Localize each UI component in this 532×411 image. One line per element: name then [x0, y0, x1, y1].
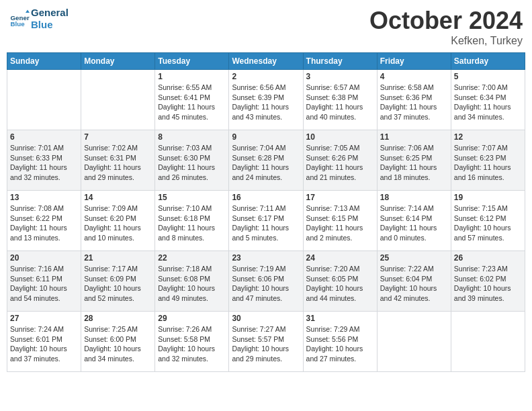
week-row-5: 27Sunrise: 7:24 AMSunset: 6:01 PMDayligh… — [7, 312, 525, 372]
day-number: 24 — [306, 253, 374, 263]
day-info: Sunrise: 6:57 AMSunset: 6:38 PMDaylight:… — [306, 83, 374, 122]
day-info: Sunrise: 7:05 AMSunset: 6:26 PMDaylight:… — [306, 143, 374, 183]
header-saturday: Saturday — [451, 53, 525, 70]
day-info: Sunrise: 7:26 AMSunset: 5:58 PMDaylight:… — [158, 324, 226, 364]
day-cell: 6Sunrise: 7:01 AMSunset: 6:33 PMDaylight… — [7, 130, 81, 191]
day-cell: 21Sunrise: 7:17 AMSunset: 6:09 PMDayligh… — [81, 251, 155, 312]
day-info: Sunrise: 7:24 AMSunset: 6:01 PMDaylight:… — [10, 324, 78, 364]
day-number: 26 — [454, 253, 522, 263]
day-cell — [7, 70, 81, 130]
week-row-2: 6Sunrise: 7:01 AMSunset: 6:33 PMDaylight… — [7, 130, 525, 191]
day-cell: 8Sunrise: 7:03 AMSunset: 6:30 PMDaylight… — [155, 130, 229, 191]
day-info: Sunrise: 7:10 AMSunset: 6:18 PMDaylight:… — [158, 203, 226, 243]
title-block: October 2024 Kefken, Turkey — [369, 7, 523, 47]
week-row-4: 20Sunrise: 7:16 AMSunset: 6:11 PMDayligh… — [7, 251, 525, 312]
day-number: 5 — [454, 72, 522, 81]
day-info: Sunrise: 7:03 AMSunset: 6:30 PMDaylight:… — [158, 143, 226, 183]
header-row: Sunday Monday Tuesday Wednesday Thursday… — [7, 53, 525, 70]
logo-text-line2: Blue — [31, 19, 69, 31]
day-cell: 27Sunrise: 7:24 AMSunset: 6:01 PMDayligh… — [7, 312, 81, 372]
day-info: Sunrise: 7:01 AMSunset: 6:33 PMDaylight:… — [10, 143, 78, 183]
day-number: 2 — [232, 72, 300, 81]
day-cell: 18Sunrise: 7:14 AMSunset: 6:14 PMDayligh… — [377, 191, 451, 251]
svg-marker-2 — [26, 10, 30, 13]
day-number: 23 — [232, 253, 300, 263]
day-number: 3 — [306, 72, 374, 81]
day-cell — [377, 312, 451, 372]
day-number: 18 — [380, 193, 448, 202]
day-info: Sunrise: 7:18 AMSunset: 6:08 PMDaylight:… — [158, 264, 226, 304]
day-info: Sunrise: 7:04 AMSunset: 6:28 PMDaylight:… — [232, 143, 300, 183]
day-number: 9 — [232, 132, 300, 142]
day-cell: 7Sunrise: 7:02 AMSunset: 6:31 PMDaylight… — [81, 130, 155, 191]
calendar-table: Sunday Monday Tuesday Wednesday Thursday… — [7, 52, 525, 372]
day-number: 8 — [158, 132, 226, 142]
day-info: Sunrise: 7:23 AMSunset: 6:02 PMDaylight:… — [454, 264, 522, 304]
day-cell: 3Sunrise: 6:57 AMSunset: 6:38 PMDaylight… — [303, 70, 377, 130]
day-cell: 26Sunrise: 7:23 AMSunset: 6:02 PMDayligh… — [451, 251, 525, 312]
logo: General Blue General Blue — [9, 7, 69, 31]
day-cell: 13Sunrise: 7:08 AMSunset: 6:22 PMDayligh… — [7, 191, 81, 251]
day-info: Sunrise: 6:55 AMSunset: 6:41 PMDaylight:… — [158, 83, 226, 122]
day-cell: 5Sunrise: 7:00 AMSunset: 6:34 PMDaylight… — [451, 70, 525, 130]
day-info: Sunrise: 7:15 AMSunset: 6:12 PMDaylight:… — [454, 203, 522, 243]
day-cell: 23Sunrise: 7:19 AMSunset: 6:06 PMDayligh… — [229, 251, 303, 312]
day-number: 1 — [158, 72, 226, 81]
day-number: 30 — [232, 314, 300, 323]
day-number: 11 — [380, 132, 448, 142]
day-number: 21 — [84, 253, 152, 263]
day-cell: 30Sunrise: 7:27 AMSunset: 5:57 PMDayligh… — [229, 312, 303, 372]
day-cell: 24Sunrise: 7:20 AMSunset: 6:05 PMDayligh… — [303, 251, 377, 312]
day-cell: 10Sunrise: 7:05 AMSunset: 6:26 PMDayligh… — [303, 130, 377, 191]
day-cell — [81, 70, 155, 130]
day-cell: 2Sunrise: 6:56 AMSunset: 6:39 PMDaylight… — [229, 70, 303, 130]
svg-text:Blue: Blue — [11, 20, 26, 28]
day-info: Sunrise: 7:19 AMSunset: 6:06 PMDaylight:… — [232, 264, 300, 304]
day-cell: 20Sunrise: 7:16 AMSunset: 6:11 PMDayligh… — [7, 251, 81, 312]
day-info: Sunrise: 7:02 AMSunset: 6:31 PMDaylight:… — [84, 143, 152, 183]
header-monday: Monday — [81, 53, 155, 70]
day-cell: 22Sunrise: 7:18 AMSunset: 6:08 PMDayligh… — [155, 251, 229, 312]
month-title: October 2024 — [369, 7, 523, 35]
day-info: Sunrise: 7:00 AMSunset: 6:34 PMDaylight:… — [454, 83, 522, 122]
logo-text-line1: General — [31, 7, 69, 19]
day-number: 12 — [454, 132, 522, 142]
day-number: 4 — [380, 72, 448, 81]
header-friday: Friday — [377, 53, 451, 70]
day-info: Sunrise: 7:27 AMSunset: 5:57 PMDaylight:… — [232, 324, 300, 364]
day-info: Sunrise: 7:11 AMSunset: 6:17 PMDaylight:… — [232, 203, 300, 243]
day-cell: 16Sunrise: 7:11 AMSunset: 6:17 PMDayligh… — [229, 191, 303, 251]
location: Kefken, Turkey — [369, 35, 523, 47]
week-row-3: 13Sunrise: 7:08 AMSunset: 6:22 PMDayligh… — [7, 191, 525, 251]
day-number: 13 — [10, 193, 78, 202]
day-info: Sunrise: 7:16 AMSunset: 6:11 PMDaylight:… — [10, 264, 78, 304]
day-cell: 15Sunrise: 7:10 AMSunset: 6:18 PMDayligh… — [155, 191, 229, 251]
day-number: 7 — [84, 132, 152, 142]
day-cell: 12Sunrise: 7:07 AMSunset: 6:23 PMDayligh… — [451, 130, 525, 191]
day-info: Sunrise: 7:29 AMSunset: 5:56 PMDaylight:… — [306, 324, 374, 364]
day-info: Sunrise: 7:17 AMSunset: 6:09 PMDaylight:… — [84, 264, 152, 304]
day-cell: 17Sunrise: 7:13 AMSunset: 6:15 PMDayligh… — [303, 191, 377, 251]
day-cell: 11Sunrise: 7:06 AMSunset: 6:25 PMDayligh… — [377, 130, 451, 191]
day-number: 17 — [306, 193, 374, 202]
day-info: Sunrise: 7:25 AMSunset: 6:00 PMDaylight:… — [84, 324, 152, 364]
day-cell: 14Sunrise: 7:09 AMSunset: 6:20 PMDayligh… — [81, 191, 155, 251]
day-cell: 4Sunrise: 6:58 AMSunset: 6:36 PMDaylight… — [377, 70, 451, 130]
day-cell — [451, 312, 525, 372]
day-info: Sunrise: 7:09 AMSunset: 6:20 PMDaylight:… — [84, 203, 152, 243]
day-number: 29 — [158, 314, 226, 323]
day-number: 10 — [306, 132, 374, 142]
day-number: 20 — [10, 253, 78, 263]
day-info: Sunrise: 6:58 AMSunset: 6:36 PMDaylight:… — [380, 83, 448, 122]
day-cell: 29Sunrise: 7:26 AMSunset: 5:58 PMDayligh… — [155, 312, 229, 372]
day-number: 31 — [306, 314, 374, 323]
day-info: Sunrise: 7:14 AMSunset: 6:14 PMDaylight:… — [380, 203, 448, 243]
day-number: 22 — [158, 253, 226, 263]
day-info: Sunrise: 7:07 AMSunset: 6:23 PMDaylight:… — [454, 143, 522, 183]
week-row-1: 1Sunrise: 6:55 AMSunset: 6:41 PMDaylight… — [7, 70, 525, 130]
day-cell: 31Sunrise: 7:29 AMSunset: 5:56 PMDayligh… — [303, 312, 377, 372]
day-cell: 28Sunrise: 7:25 AMSunset: 6:00 PMDayligh… — [81, 312, 155, 372]
header-wednesday: Wednesday — [229, 53, 303, 70]
day-cell: 19Sunrise: 7:15 AMSunset: 6:12 PMDayligh… — [451, 191, 525, 251]
day-number: 6 — [10, 132, 78, 142]
